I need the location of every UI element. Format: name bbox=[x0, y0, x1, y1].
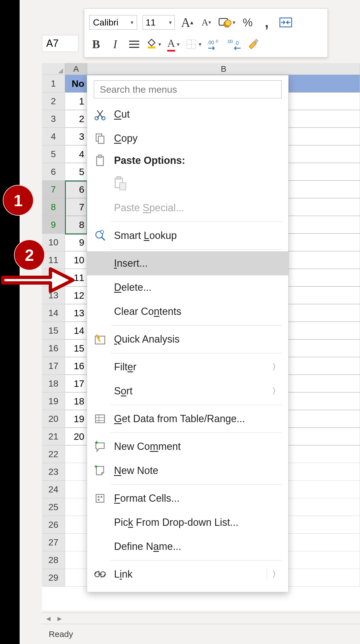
cell[interactable]: 3 bbox=[65, 128, 87, 145]
cell[interactable] bbox=[65, 481, 87, 498]
cell[interactable] bbox=[65, 463, 87, 481]
increase-font-size-button[interactable]: A▴ bbox=[180, 16, 194, 29]
row-header[interactable]: 24 bbox=[42, 481, 65, 498]
row-header[interactable]: 8 bbox=[42, 198, 65, 216]
menu-define-name[interactable]: Define Name... bbox=[87, 534, 288, 559]
italic-button[interactable]: I bbox=[108, 38, 122, 51]
menu-sort[interactable]: Sort 〉 bbox=[87, 379, 288, 403]
cell[interactable]: 20 bbox=[65, 428, 87, 445]
menu-smart-lookup[interactable]: i Smart Lookup bbox=[87, 224, 288, 248]
align-icon bbox=[129, 39, 140, 49]
increase-decimal-icon: .00 .0 bbox=[207, 39, 221, 50]
cell[interactable]: 18 bbox=[65, 392, 87, 410]
accounting-format-button[interactable]: ▾ bbox=[219, 16, 235, 29]
cell[interactable]: 14 bbox=[65, 322, 87, 340]
row-header[interactable]: 9 bbox=[42, 216, 65, 234]
menu-get-data[interactable]: Get Data from Table/Range... bbox=[87, 407, 288, 431]
menu-format-cells[interactable]: Format Cells... bbox=[87, 486, 288, 510]
borders-button[interactable]: ▾ bbox=[186, 38, 201, 51]
row-header[interactable]: 17 bbox=[42, 357, 65, 375]
fill-color-button[interactable]: ▾ bbox=[147, 38, 161, 51]
cell[interactable]: 13 bbox=[65, 304, 87, 322]
cell[interactable]: 1 bbox=[65, 92, 87, 110]
cell[interactable]: No bbox=[65, 75, 87, 92]
menu-copy[interactable]: Copy bbox=[87, 126, 288, 150]
svg-point-16 bbox=[95, 117, 98, 120]
row-header[interactable]: 29 bbox=[42, 569, 65, 587]
cell[interactable]: 15 bbox=[65, 340, 87, 357]
row-header[interactable]: 2 bbox=[42, 92, 65, 110]
menu-filter[interactable]: Filter 〉 bbox=[87, 355, 288, 379]
menu-quick-analysis[interactable]: Quick Analysis bbox=[87, 327, 288, 351]
cell[interactable] bbox=[65, 534, 87, 551]
horizontal-scrollbar[interactable]: ◀ ▶ bbox=[42, 613, 360, 624]
row-header[interactable]: 6 bbox=[42, 163, 65, 181]
font-name-value: Calibri bbox=[93, 17, 119, 28]
row-header[interactable]: 20 bbox=[42, 410, 65, 428]
font-name-combo[interactable]: Calibri ▾ bbox=[89, 15, 137, 30]
cell[interactable] bbox=[65, 516, 87, 534]
cell[interactable] bbox=[65, 445, 87, 463]
menu-search-input[interactable]: Search the menus bbox=[94, 80, 282, 98]
increase-decimal-button[interactable]: .00 .0 bbox=[207, 38, 221, 51]
merge-center-button[interactable] bbox=[279, 16, 292, 29]
row-header[interactable]: 1 bbox=[42, 75, 65, 92]
cell[interactable] bbox=[65, 551, 87, 569]
row-header[interactable]: 19 bbox=[42, 392, 65, 410]
menu-delete[interactable]: Delete... bbox=[87, 275, 288, 299]
format-painter-button[interactable] bbox=[246, 38, 260, 51]
cell[interactable]: 6 bbox=[65, 181, 87, 198]
bold-button[interactable]: B bbox=[89, 38, 103, 51]
select-all-corner[interactable] bbox=[42, 63, 65, 75]
menu-new-note[interactable]: + New Note bbox=[87, 459, 288, 483]
menu-clear-contents[interactable]: Clear Contents bbox=[87, 299, 288, 324]
cell[interactable]: 7 bbox=[65, 198, 87, 216]
menu-insert[interactable]: Insert... bbox=[87, 251, 288, 275]
svg-rect-39 bbox=[98, 499, 99, 501]
cell[interactable] bbox=[65, 498, 87, 516]
cell[interactable]: 5 bbox=[65, 163, 87, 181]
scroll-left-icon[interactable]: ◀ bbox=[44, 615, 52, 622]
row-header[interactable]: 21 bbox=[42, 428, 65, 445]
menu-pick-from-list[interactable]: Pick From Drop-down List... bbox=[87, 510, 288, 534]
column-header-B[interactable]: B bbox=[87, 63, 360, 75]
cell[interactable] bbox=[65, 569, 87, 587]
row-header[interactable]: 23 bbox=[42, 463, 65, 481]
align-button[interactable] bbox=[127, 38, 141, 51]
menu-new-comment[interactable]: + New Comment bbox=[87, 434, 288, 459]
menu-cut[interactable]: Cut bbox=[87, 102, 288, 126]
row-header[interactable]: 5 bbox=[42, 145, 65, 163]
name-box[interactable]: A7 bbox=[42, 35, 78, 52]
comma-style-button[interactable]: , bbox=[260, 16, 273, 29]
row-header[interactable]: 18 bbox=[42, 375, 65, 392]
row-header[interactable]: 28 bbox=[42, 551, 65, 569]
column-header-A[interactable]: A bbox=[65, 63, 87, 75]
menu-link[interactable]: Link 〉 bbox=[87, 562, 288, 586]
row-header[interactable]: 3 bbox=[42, 110, 65, 128]
row-header[interactable]: 27 bbox=[42, 534, 65, 551]
font-size-combo[interactable]: 11 ▾ bbox=[143, 15, 175, 30]
scroll-right-icon[interactable]: ▶ bbox=[55, 615, 63, 622]
cell[interactable]: 9 bbox=[65, 234, 87, 251]
cell[interactable]: 17 bbox=[65, 375, 87, 392]
cell[interactable]: 4 bbox=[65, 145, 87, 163]
row-header[interactable]: 4 bbox=[42, 128, 65, 145]
row-header[interactable]: 7 bbox=[42, 181, 65, 198]
row-header[interactable]: 26 bbox=[42, 516, 65, 534]
row-header[interactable]: 25 bbox=[42, 498, 65, 516]
name-box-value: A7 bbox=[46, 38, 59, 49]
cell[interactable]: 8 bbox=[65, 216, 87, 234]
decrease-font-size-button[interactable]: A▾ bbox=[199, 16, 213, 29]
cell[interactable]: 16 bbox=[65, 357, 87, 375]
percent-style-button[interactable]: % bbox=[241, 16, 254, 29]
font-color-button[interactable]: A ▾ bbox=[167, 38, 180, 51]
row-header[interactable]: 16 bbox=[42, 340, 65, 357]
svg-rect-36 bbox=[96, 494, 104, 502]
row-header[interactable]: 22 bbox=[42, 445, 65, 463]
row-header[interactable]: 14 bbox=[42, 304, 65, 322]
decrease-decimal-button[interactable]: .00 .0 bbox=[227, 38, 241, 51]
cell[interactable]: 2 bbox=[65, 110, 87, 128]
row-header[interactable]: 15 bbox=[42, 322, 65, 340]
cell[interactable]: 19 bbox=[65, 410, 87, 428]
row-header[interactable]: 10 bbox=[42, 234, 65, 251]
